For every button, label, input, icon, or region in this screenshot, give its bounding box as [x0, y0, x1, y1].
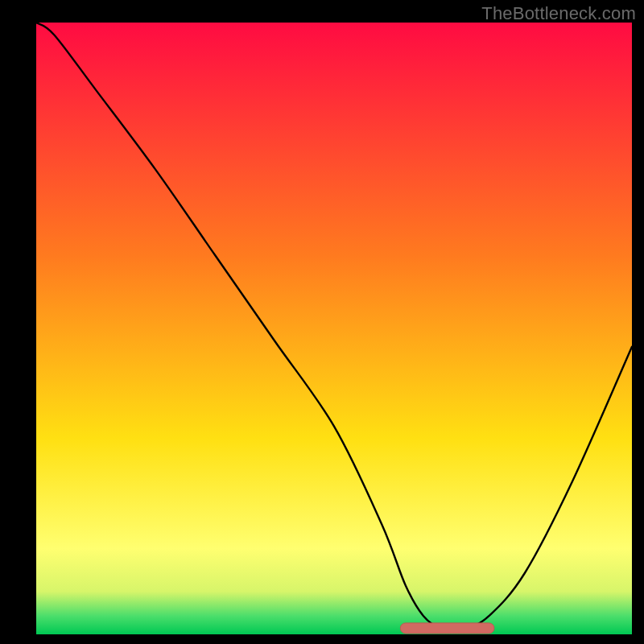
watermark-text: TheBottleneck.com [481, 3, 636, 24]
plot-area [36, 23, 632, 634]
bottleneck-chart [36, 23, 632, 634]
optimal-range-marker [400, 623, 494, 634]
chart-frame: TheBottleneck.com [0, 0, 644, 644]
